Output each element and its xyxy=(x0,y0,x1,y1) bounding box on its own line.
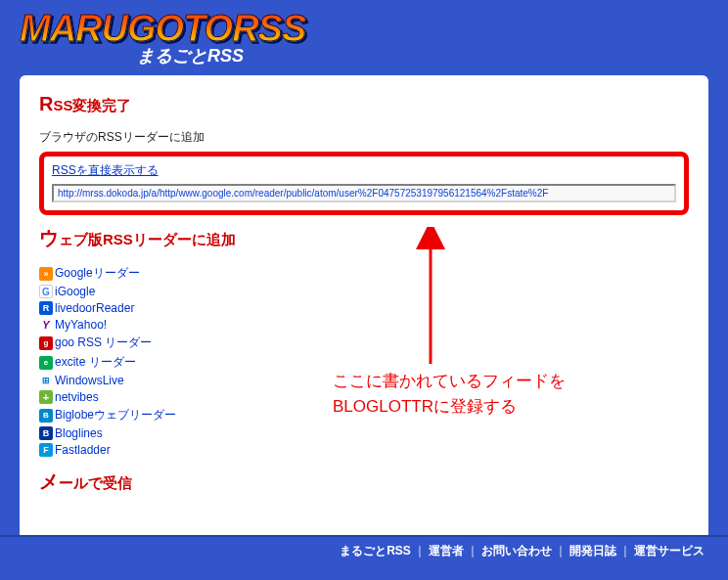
footer-link[interactable]: 運営サービス xyxy=(634,544,705,558)
separator: | xyxy=(468,544,478,558)
separator: | xyxy=(556,544,566,558)
reader-item: »Googleリーダー xyxy=(39,265,689,282)
ic-goo-icon: g xyxy=(39,336,53,350)
reader-item: YMyYahoo! xyxy=(39,318,689,332)
annotation-text: ここに書かれているフィードを BLOGLOTTRに登録する xyxy=(333,369,566,419)
footer-link[interactable]: まるごとRSS xyxy=(340,544,411,558)
footer: まるごとRSS | 運営者 | お問い合わせ | 開発日誌 | 運営サービス xyxy=(0,535,728,565)
ic-y-icon: Y xyxy=(39,318,53,332)
ic-bg-icon: B xyxy=(39,409,53,423)
header: MARUGOTORSS まるごとRSS xyxy=(0,0,728,71)
ic-bl-icon: B xyxy=(39,426,53,440)
reader-link[interactable]: netvibes xyxy=(55,390,99,404)
web-reader-title: ウェブ版RSSリーダーに追加 xyxy=(39,225,689,251)
ic-nv-icon: + xyxy=(39,390,53,404)
reader-item: ggoo RSS リーダー xyxy=(39,335,689,351)
page-title: RSS変換完了 xyxy=(39,93,689,115)
reader-link[interactable]: Fastladder xyxy=(55,443,111,457)
ic-g-icon: G xyxy=(39,285,53,298)
reader-link[interactable]: WindowsLive xyxy=(55,374,124,387)
reader-link[interactable]: Googleリーダー xyxy=(55,265,140,282)
main-panel: RSS変換完了 ブラウザのRSSリーダーに追加 RSSを直接表示する ウェブ版R… xyxy=(20,75,708,535)
ic-r-icon: R xyxy=(39,301,53,315)
ic-rss-icon: » xyxy=(39,267,53,281)
mail-title: メールで受信 xyxy=(39,468,689,495)
reader-item: GiGoogle xyxy=(39,285,689,298)
footer-link[interactable]: 運営者 xyxy=(429,544,464,558)
reader-link[interactable]: MyYahoo! xyxy=(55,318,107,332)
separator: | xyxy=(415,544,425,558)
reader-link[interactable]: goo RSS リーダー xyxy=(55,335,152,351)
reader-list: »GoogleリーダーGiGoogleRlivedoorReaderYMyYah… xyxy=(39,265,689,457)
ic-ex-icon: e xyxy=(39,356,53,370)
reader-link[interactable]: Biglobeウェブリーダー xyxy=(55,407,176,424)
reader-link[interactable]: excite リーダー xyxy=(55,354,136,371)
reader-link[interactable]: livedoorReader xyxy=(55,301,134,315)
reader-link[interactable]: Bloglines xyxy=(55,426,103,440)
reader-item: RlivedoorReader xyxy=(39,301,689,315)
reader-link[interactable]: iGoogle xyxy=(55,285,95,298)
highlight-box: RSSを直接表示する xyxy=(39,152,689,215)
direct-rss-link[interactable]: RSSを直接表示する xyxy=(52,162,676,179)
reader-item: FFastladder xyxy=(39,443,689,457)
browser-reader-label: ブラウザのRSSリーダーに追加 xyxy=(39,129,689,146)
footer-link[interactable]: お問い合わせ xyxy=(481,544,552,558)
separator: | xyxy=(620,544,630,558)
logo: MARUGOTORSS xyxy=(20,8,305,50)
footer-link[interactable]: 開発日誌 xyxy=(569,544,616,558)
ic-fl-icon: F xyxy=(39,443,53,457)
reader-item: BBloglines xyxy=(39,426,689,440)
ic-wl-icon: ⊞ xyxy=(39,374,53,387)
rss-url-input[interactable] xyxy=(52,184,676,202)
